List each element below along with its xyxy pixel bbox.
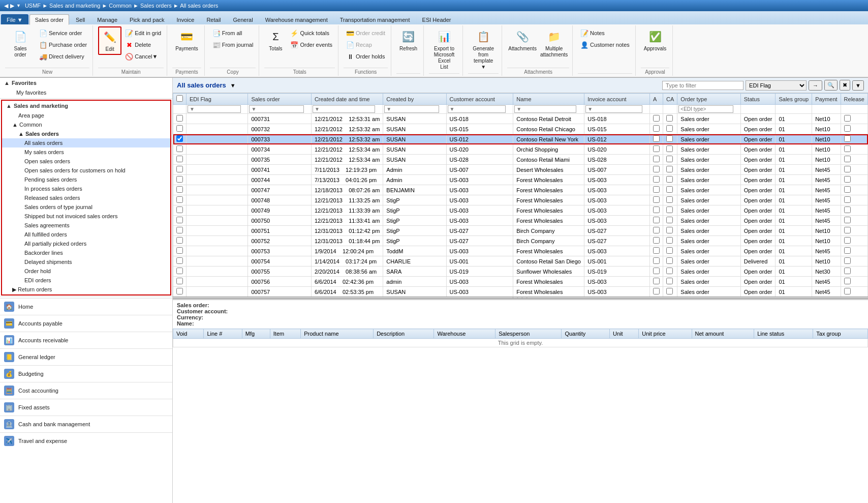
- cell-release-checkbox[interactable]: [844, 227, 851, 233]
- bot-col-salesperson[interactable]: Salesperson: [495, 329, 562, 339]
- sidebar-nav-cost-accounting[interactable]: 🧮 Cost accounting: [0, 382, 172, 399]
- row-checkbox[interactable]: [176, 115, 183, 122]
- bot-col-warehouse[interactable]: Warehouse: [434, 329, 495, 339]
- row-checkbox-cell[interactable]: [173, 256, 187, 267]
- export-button[interactable]: 📊 Export toMicrosoft ExcelList: [429, 26, 459, 72]
- tab-file[interactable]: File ▼: [1, 14, 28, 24]
- row-checkbox[interactable]: [176, 206, 183, 213]
- table-row[interactable]: 00074812/21/2013 11:33:25 amStigPUS-003F…: [173, 195, 868, 205]
- col-header-checkbox[interactable]: [173, 94, 187, 105]
- table-row[interactable]: 0007531/9/2014 12:00:24 pmToddMUS-003For…: [173, 246, 868, 256]
- sidebar-nav-accounts-receivable[interactable]: 📊 Accounts receivable: [0, 332, 172, 348]
- generate-button[interactable]: 📋 Generate fromtemplate ▼: [468, 26, 499, 72]
- sidebar-nav-fixed-assets[interactable]: 🏢 Fixed assets: [0, 399, 172, 416]
- direct-delivery-button[interactable]: 🚚 Direct delivery: [37, 51, 89, 62]
- sidebar-item-return-orders[interactable]: ▶ Return orders: [2, 285, 170, 294]
- table-row[interactable]: 00074912/21/2013 11:33:39 amStigPUS-003F…: [173, 205, 868, 216]
- tab-pick-pack[interactable]: Pick and pack: [124, 14, 170, 24]
- bottom-grid-container[interactable]: Void Line # Mfg Item Product name Descri…: [173, 329, 868, 400]
- bot-col-product-name[interactable]: Product name: [301, 329, 374, 339]
- cell-a-checkbox[interactable]: [653, 268, 660, 274]
- cell-release-checkbox[interactable]: [844, 257, 851, 264]
- sidebar-item-delayed-shipments[interactable]: Delayed shipments: [2, 257, 170, 267]
- row-checkbox-cell[interactable]: [173, 155, 187, 165]
- cell-ca-checkbox[interactable]: [666, 217, 673, 223]
- totals-button[interactable]: Σ Totals: [264, 26, 287, 54]
- filter-order-type[interactable]: [678, 105, 733, 113]
- cell-release-checkbox[interactable]: [844, 288, 851, 294]
- row-checkbox-cell[interactable]: [173, 246, 187, 256]
- row-checkbox[interactable]: [176, 125, 183, 132]
- row-checkbox-cell[interactable]: [173, 195, 187, 205]
- col-header-customer-account[interactable]: Customer account: [446, 94, 513, 105]
- row-checkbox-cell[interactable]: [173, 185, 187, 195]
- order-events-button[interactable]: 📅 Order events: [288, 39, 335, 50]
- bot-col-line[interactable]: Line #: [204, 329, 242, 339]
- sidebar-nav-budgeting[interactable]: 💰 Budgeting: [0, 365, 172, 382]
- row-checkbox[interactable]: [176, 217, 183, 223]
- cell-release-checkbox[interactable]: [844, 186, 851, 193]
- tab-general[interactable]: General: [228, 14, 259, 24]
- bot-col-item[interactable]: Item: [270, 329, 300, 339]
- sidebar-item-open-sales-orders[interactable]: Open sales orders: [2, 157, 170, 166]
- table-row[interactable]: 0007566/6/2014 02:42:36 pmadminUS-003For…: [173, 277, 868, 287]
- cell-a-checkbox[interactable]: [653, 206, 660, 213]
- filter-clear-button[interactable]: ✖: [840, 80, 850, 91]
- cell-a-checkbox[interactable]: [653, 196, 660, 203]
- row-checkbox[interactable]: [176, 247, 183, 254]
- cell-release-checkbox[interactable]: [844, 145, 851, 152]
- edit-in-grid-button[interactable]: 📝 Edit in grid: [122, 27, 164, 39]
- row-checkbox-cell[interactable]: [173, 175, 187, 185]
- service-order-button[interactable]: 📄 Service order: [37, 27, 89, 39]
- filter-name[interactable]: [514, 105, 576, 113]
- cell-ca-checkbox[interactable]: [666, 227, 673, 233]
- col-header-invoice-account[interactable]: Invoice account: [584, 94, 650, 105]
- cell-ca-checkbox[interactable]: [666, 135, 673, 142]
- filter-advanced-button[interactable]: ▼: [852, 80, 864, 91]
- customer-notes-button[interactable]: 👤 Customer notes: [578, 39, 632, 50]
- bot-col-description[interactable]: Description: [374, 329, 434, 339]
- cell-release-checkbox[interactable]: [844, 166, 851, 172]
- bot-col-unit-price[interactable]: Unit price: [639, 329, 692, 339]
- tab-sell[interactable]: Sell: [70, 14, 90, 24]
- row-checkbox-cell[interactable]: [173, 124, 187, 134]
- table-row[interactable]: 0007417/11/2013 12:19:23 pmAdminUS-007De…: [173, 165, 868, 175]
- sidebar-item-sales-orders[interactable]: ▲ Sales orders: [2, 129, 170, 138]
- col-header-release[interactable]: Release: [841, 94, 867, 105]
- cell-a-checkbox[interactable]: [653, 217, 660, 223]
- sidebar-item-edi-orders[interactable]: EDI orders: [2, 276, 170, 285]
- multiple-attachments-button[interactable]: 📁 Multipleattachments: [539, 26, 569, 60]
- filter-options-button[interactable]: 🔍: [824, 80, 838, 91]
- table-row[interactable]: 00073212/21/2012 12:53:32 amSUSANUS-015C…: [173, 124, 868, 134]
- cell-release-checkbox[interactable]: [844, 268, 851, 274]
- cell-ca-checkbox[interactable]: [666, 186, 673, 193]
- table-row[interactable]: 00073112/21/2012 12:53:31 amSUSANUS-018C…: [173, 114, 868, 124]
- delete-button[interactable]: ✖ Delete: [122, 39, 164, 50]
- row-checkbox-cell[interactable]: [173, 165, 187, 175]
- col-header-sales-group[interactable]: Sales group: [776, 94, 812, 105]
- cell-release-checkbox[interactable]: [844, 196, 851, 203]
- col-header-sales-order[interactable]: Sales order: [248, 94, 311, 105]
- cell-release-checkbox[interactable]: [844, 237, 851, 244]
- cell-release-checkbox[interactable]: [844, 125, 851, 132]
- cell-a-checkbox[interactable]: [653, 227, 660, 233]
- approvals-button[interactable]: ✅ Approvals: [641, 26, 669, 54]
- row-checkbox-cell[interactable]: [173, 114, 187, 124]
- sidebar-item-all-sales-orders[interactable]: All sales orders: [2, 138, 170, 147]
- cell-a-checkbox[interactable]: [653, 166, 660, 172]
- order-credit-button[interactable]: 💳 Order credit: [344, 27, 388, 39]
- sidebar-item-pending[interactable]: Pending sales orders: [2, 175, 170, 184]
- cell-release-checkbox[interactable]: [844, 135, 851, 142]
- sidebar-item-common[interactable]: ▲ Common: [2, 120, 170, 129]
- col-header-created-by[interactable]: Created by: [383, 94, 446, 105]
- filter-customer-account[interactable]: [448, 105, 506, 113]
- row-checkbox[interactable]: [176, 135, 183, 142]
- row-checkbox[interactable]: [176, 278, 183, 284]
- cell-release-checkbox[interactable]: [844, 115, 851, 122]
- grid-container[interactable]: EDI Flag Sales order Created date and ti…: [173, 93, 868, 297]
- table-row[interactable]: 0007576/6/2014 02:53:35 pmSUSANUS-003For…: [173, 287, 868, 297]
- sidebar-item-area-page[interactable]: Area page: [2, 111, 170, 120]
- col-header-a[interactable]: A: [650, 94, 663, 105]
- row-checkbox-cell[interactable]: [173, 205, 187, 216]
- cell-a-checkbox[interactable]: [653, 125, 660, 132]
